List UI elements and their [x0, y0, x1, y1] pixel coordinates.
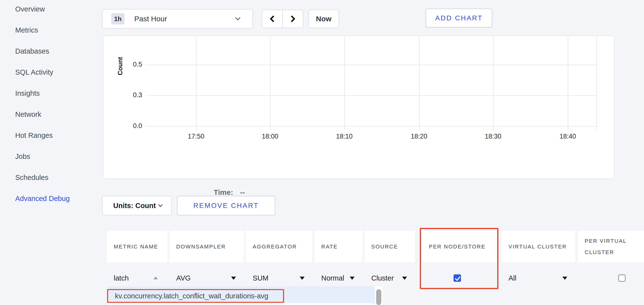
custom-chart-debug-page: OverviewMetricsDatabasesSQL ActivityInsi…	[0, 0, 644, 305]
y-axis-tick-label: 0.0	[115, 122, 142, 130]
sidebar-nav: OverviewMetricsDatabasesSQL ActivityInsi…	[0, 0, 103, 209]
sidebar-item-jobs[interactable]: Jobs	[0, 146, 103, 167]
metric-suggestion-item[interactable]: kv.concurrency.latch_conflict_wait_durat…	[107, 289, 284, 303]
caret-down-icon	[402, 277, 407, 280]
per-node-store-cell	[422, 266, 497, 290]
dropdown-selected-value: SUM	[253, 274, 268, 282]
per-virtual-cluster-checkbox[interactable]	[618, 275, 626, 282]
sidebar-item-schedules[interactable]: Schedules	[0, 167, 103, 188]
caret-down-icon	[300, 277, 304, 280]
caret-down-icon	[350, 277, 354, 280]
v-gridline	[568, 37, 568, 130]
v-gridline	[344, 37, 345, 130]
chart-hover-time: Time:--	[214, 188, 245, 197]
v-gridline	[493, 37, 494, 130]
metric-suggestion-next-row[interactable]	[108, 303, 374, 305]
x-axis-tick-label: 18:20	[402, 133, 436, 140]
chart-hover-time-value: --	[240, 188, 245, 196]
sidebar-item-sql-activity[interactable]: SQL Activity	[0, 62, 103, 83]
time-pager	[262, 9, 304, 28]
column-header-virtual-cluster: VIRTUAL CLUSTER	[502, 231, 575, 262]
h-gridline	[146, 95, 596, 96]
h-gridline	[146, 126, 596, 127]
per-node-store-checkbox[interactable]	[454, 275, 461, 282]
x-axis-tick-label: 18:30	[476, 133, 510, 140]
v-gridline	[196, 37, 196, 130]
x-axis-tick-label: 18:10	[327, 133, 362, 140]
column-header-downsampler: DOWNSAMPLER	[169, 231, 244, 262]
chart-hover-time-label: Time:	[214, 188, 233, 196]
per-virtual-cluster-cell	[578, 266, 644, 290]
next-time-button[interactable]	[283, 10, 303, 28]
sidebar-item-network[interactable]: Network	[0, 104, 103, 125]
column-header-rate: RATE	[314, 231, 362, 262]
dropdown-scrollbar[interactable]	[375, 287, 382, 305]
column-header-per-virtual-cluster: PER VIRTUAL CLUSTER	[578, 231, 644, 262]
now-button[interactable]: Now	[308, 9, 339, 28]
units-dropdown-label: Units: Count	[113, 202, 156, 210]
column-header-metric-name: METRIC NAME	[107, 231, 167, 262]
column-header-per-node-store: PER NODE/STORE	[422, 231, 497, 262]
dropdown-scrollbar-thumb[interactable]	[376, 289, 381, 305]
sidebar-item-overview[interactable]: Overview	[0, 0, 103, 19]
x-axis-tick-label: 18:00	[253, 133, 287, 140]
sidebar-item-metrics[interactable]: Metrics	[0, 19, 103, 41]
dropdown-selected-value: All	[508, 274, 516, 282]
y-axis-title: Count	[115, 51, 125, 81]
sidebar-item-hot-ranges[interactable]: Hot Ranges	[0, 125, 103, 146]
time-range-badge: 1h	[111, 13, 124, 24]
dropdown-selected-value: Cluster	[371, 274, 394, 282]
caret-down-icon	[231, 277, 236, 280]
h-gridline	[146, 65, 596, 65]
v-gridline	[270, 37, 270, 130]
caret-up-icon	[154, 277, 158, 279]
remove-chart-button[interactable]: REMOVE CHART	[177, 196, 275, 215]
chevron-right-icon	[288, 15, 295, 22]
virtual-cluster-dropdown[interactable]: All	[502, 266, 575, 290]
sidebar-item-insights[interactable]: Insights	[0, 83, 103, 104]
metric-autocomplete-dropdown: kv.concurrency.latch_conflict_wait_durat…	[107, 287, 382, 305]
metric-name-input[interactable]: latch	[114, 274, 129, 282]
chevron-down-icon	[235, 15, 240, 20]
dropdown-selected-value: AVG	[176, 274, 191, 282]
units-dropdown[interactable]: Units: Count	[102, 196, 172, 215]
prev-time-button[interactable]	[262, 10, 282, 28]
time-range-label: Past Hour	[134, 15, 167, 23]
chevron-down-icon	[158, 202, 162, 207]
x-axis-tick-label: 18:40	[551, 133, 585, 140]
dropdown-selected-value: Normal	[321, 274, 344, 282]
column-header-aggregator: AGGREGATOR	[246, 231, 312, 262]
v-gridline	[419, 37, 420, 130]
add-chart-button[interactable]: ADD CHART	[426, 8, 492, 28]
time-range-selector[interactable]: 1h Past Hour	[102, 9, 253, 29]
column-header-source: SOURCE	[364, 231, 415, 262]
x-axis-tick-label: 17:50	[179, 133, 213, 140]
y-axis-tick-label: 0.3	[115, 91, 142, 99]
v-gridline	[596, 37, 597, 130]
chevron-left-icon	[270, 15, 277, 22]
sidebar-item-advanced-debug[interactable]: Advanced Debug	[0, 188, 103, 209]
caret-down-icon	[562, 277, 567, 280]
chart-card: Time:-- 0.50.30.017:5018:0018:1018:2018:…	[103, 35, 614, 179]
sidebar-item-databases[interactable]: Databases	[0, 41, 103, 62]
